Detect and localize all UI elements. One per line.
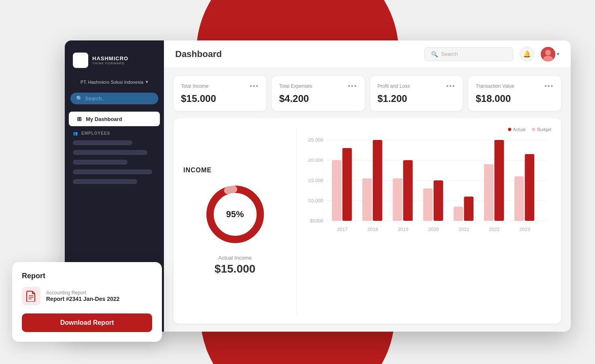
sidebar-search-bar[interactable]: 🔍 [70,93,158,104]
brand-name: HASHMICRO [92,55,128,61]
stat-value-3: $18.000 [476,93,554,104]
stat-label-2: Profit and Loss [378,83,410,89]
stat-value-1: $4.200 [279,93,357,104]
income-title: INCOME [183,167,212,174]
report-name: Report #2341 Jan-Des 2022 [46,296,119,302]
stat-card-transaction-value: Transaction Value ••• $18.000 [468,76,561,111]
svg-text:2017: 2017 [337,227,348,232]
svg-rect-28 [494,140,504,221]
svg-rect-25 [454,207,463,221]
sidebar-skeleton-2 [73,150,147,155]
svg-text:2019: 2019 [398,227,408,232]
header: Dashboard 🔍 🔔 ▾ [164,40,571,68]
stat-card-total-income: Total Income ••• $15.000 [174,76,266,111]
bar-chart-svg: $25.000 $20.000 $15.000 $10.000 $5000 [308,136,551,241]
actual-income-value: $15.000 [215,262,255,275]
donut-percent: 95% [226,209,244,220]
sidebar-section-employees: 👥 EMPLOYEES [65,127,164,138]
svg-rect-26 [464,197,474,221]
legend-actual: Actual [508,127,526,132]
stat-menu-1[interactable]: ••• [348,83,357,90]
chart-legend: Actual Budget [308,127,551,132]
svg-text:2023: 2023 [519,227,530,232]
download-report-button[interactable]: Download Report [22,313,152,332]
svg-point-2 [545,50,551,55]
income-section: INCOME 95% Actual Income $15.0 [174,118,561,324]
employees-icon: 👥 [73,131,78,135]
chart-area: $25.000 $20.000 $15.000 $10.000 $5000 [308,136,551,315]
svg-rect-27 [484,164,494,221]
stat-card-header-1: Total Expenses ••• [279,83,357,90]
stat-menu-0[interactable]: ••• [250,83,259,90]
company-selector[interactable]: PT. Hashmicro Solusi Indonesia ▾ [65,76,164,88]
header-search-bar[interactable]: 🔍 [424,47,513,61]
report-card: Report Accounting Report Report #2341 Ja… [12,262,162,342]
income-left: INCOME 95% Actual Income $15.0 [183,127,297,315]
svg-point-0 [78,56,83,62]
svg-text:$10.000: $10.000 [308,198,323,203]
sidebar-search-icon: 🔍 [76,95,83,102]
svg-rect-30 [525,154,535,221]
section-label-text: EMPLOYEES [81,131,110,135]
main-content: Dashboard 🔍 🔔 ▾ [164,40,571,332]
company-name: PT. Hashmicro Solusi Indonesia [81,80,143,85]
sidebar-search-input[interactable] [85,95,153,102]
svg-text:$5000: $5000 [310,218,323,223]
report-info: Accounting Report Report #2341 Jan-Des 2… [46,290,119,302]
header-search-input[interactable] [441,51,506,57]
stat-label-0: Total Income [181,83,208,89]
report-card-title: Report [22,272,152,280]
sidebar-item-label: My Dashboard [86,116,122,122]
legend-budget: Budget [532,127,551,132]
income-right: Actual Budget [297,127,551,315]
stat-card-header-3: Transaction Value ••• [476,83,554,90]
legend-actual-dot [508,128,511,131]
stat-menu-2[interactable]: ••• [446,83,455,90]
logo-text: HASHMICRO THINK FORWARD [92,55,128,65]
donut-chart: 95% [203,182,268,247]
svg-rect-29 [514,176,524,221]
sidebar-item-my-dashboard[interactable]: ⊞ My Dashboard [69,112,160,126]
report-file-icon [22,287,40,305]
actual-income-label: Actual Income [218,255,251,261]
chevron-down-icon: ▾ [146,79,148,85]
stat-card-total-expenses: Total Expenses ••• $4.200 [272,76,365,111]
svg-rect-19 [362,178,372,221]
svg-text:$20.000: $20.000 [308,158,323,163]
notification-button[interactable]: 🔔 [520,47,534,61]
stat-label-1: Total Expenses [279,83,312,89]
svg-rect-24 [434,180,443,221]
svg-rect-22 [403,160,413,221]
stat-card-header-0: Total Income ••• [181,83,259,90]
header-right: 🔍 🔔 ▾ [424,47,559,61]
dashboard-body: Total Income ••• $15.000 Total Expenses … [164,68,571,332]
legend-budget-dot [532,128,535,131]
report-item: Accounting Report Report #2341 Jan-Des 2… [22,287,152,305]
svg-text:2020: 2020 [428,227,439,232]
stat-label-3: Transaction Value [476,83,514,89]
svg-rect-17 [332,160,342,221]
svg-text:2021: 2021 [459,227,469,232]
stat-menu-3[interactable]: ••• [544,83,554,90]
report-type: Accounting Report [46,290,119,296]
header-search-icon: 🔍 [431,51,438,57]
sidebar-skeleton-5 [73,179,137,184]
user-dropdown[interactable]: ▾ [541,47,559,61]
svg-text:2018: 2018 [368,227,378,232]
svg-rect-20 [373,140,382,221]
brand-tagline: THINK FORWARD [92,61,128,65]
sidebar-skeleton-4 [73,169,152,174]
user-avatar[interactable] [541,47,555,61]
legend-budget-label: Budget [537,127,551,132]
svg-text:2022: 2022 [489,227,499,232]
logo-icon [73,53,88,68]
sidebar-skeleton-1 [73,140,132,145]
svg-text:$25.000: $25.000 [308,138,323,142]
svg-text:$15.000: $15.000 [308,178,323,183]
stat-card-header-2: Profit and Loss ••• [378,83,456,90]
legend-actual-label: Actual [513,127,526,132]
sidebar-logo: HASHMICRO THINK FORWARD [65,49,164,76]
stat-card-profit-loss: Profit and Loss ••• $1.200 [370,76,463,111]
dashboard-icon: ⊞ [77,116,82,122]
user-chevron-icon: ▾ [557,51,559,57]
